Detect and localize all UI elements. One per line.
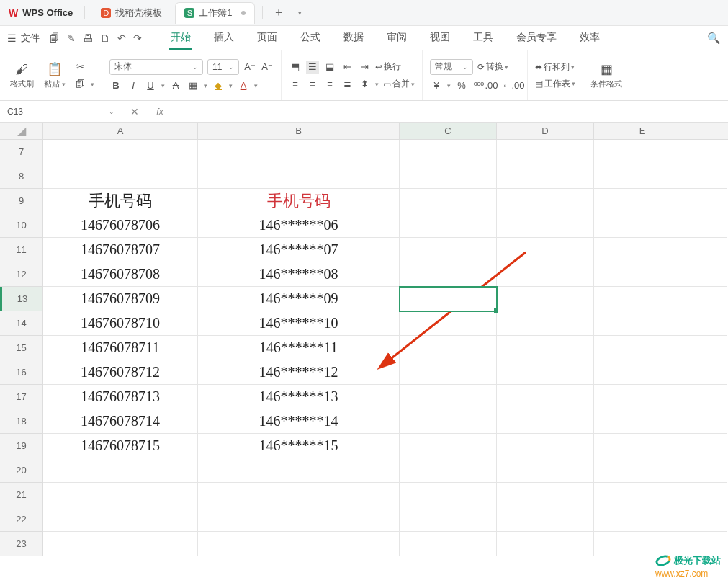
cell-B23[interactable]: [198, 532, 400, 556]
cell-B7[interactable]: [198, 140, 400, 164]
export-icon[interactable]: ✎: [67, 32, 76, 44]
percent-icon[interactable]: %: [455, 79, 468, 92]
redo-icon[interactable]: ↷: [133, 32, 142, 44]
tab-insert[interactable]: 插入: [212, 27, 235, 50]
cell-F14[interactable]: [691, 311, 727, 336]
cell-A12[interactable]: 14676078708: [43, 262, 198, 287]
merge-button[interactable]: ▭ 合并 ▾: [383, 78, 415, 90]
cell-A10[interactable]: 14676078706: [43, 213, 198, 238]
cell-E18[interactable]: [594, 409, 691, 434]
tab-data[interactable]: 数据: [342, 27, 365, 50]
cell-D12[interactable]: [497, 262, 594, 287]
col-header-b[interactable]: B: [198, 123, 400, 139]
cell-E22[interactable]: [594, 507, 691, 532]
cell-C23[interactable]: [400, 532, 497, 556]
align-left-icon[interactable]: ≡: [289, 78, 302, 91]
cell-E20[interactable]: [594, 458, 691, 483]
row-header[interactable]: 12: [0, 262, 43, 287]
cell-A7[interactable]: [43, 140, 198, 164]
name-box[interactable]: C13 ⌄: [0, 101, 122, 122]
cell-B17[interactable]: 146******13: [198, 385, 400, 409]
align-bottom-icon[interactable]: ⬓: [323, 61, 336, 74]
cell-B21[interactable]: [198, 483, 400, 507]
cell-D20[interactable]: [497, 458, 594, 483]
fill-color-icon[interactable]: ◆: [212, 79, 225, 92]
cell-D22[interactable]: [497, 507, 594, 532]
fill-handle[interactable]: [494, 308, 498, 313]
row-header[interactable]: 11: [0, 238, 43, 262]
undo-icon[interactable]: ↶: [117, 32, 126, 44]
align-center-icon[interactable]: ≡: [306, 78, 319, 91]
italic-icon[interactable]: I: [127, 79, 140, 92]
cell-B18[interactable]: 146******14: [198, 409, 400, 434]
formula-input[interactable]: [171, 101, 728, 122]
cell-D18[interactable]: [497, 409, 594, 434]
cell-B10[interactable]: 146******06: [198, 213, 400, 238]
save-icon[interactable]: 🗐: [50, 32, 60, 44]
col-header-e[interactable]: E: [594, 123, 691, 139]
cell-C19[interactable]: [400, 434, 497, 458]
cell-C17[interactable]: [400, 385, 497, 409]
comma-icon[interactable]: ººº: [472, 79, 485, 92]
align-top-icon[interactable]: ⬒: [289, 61, 302, 74]
copy-icon[interactable]: 🗐: [73, 78, 86, 91]
cell-F19[interactable]: [691, 434, 727, 458]
cell-F10[interactable]: [691, 213, 727, 238]
row-header[interactable]: 14: [0, 311, 43, 336]
font-color-icon[interactable]: A: [237, 79, 250, 92]
currency-icon[interactable]: ¥: [430, 79, 443, 92]
cell-F11[interactable]: [691, 238, 727, 262]
row-header[interactable]: 17: [0, 385, 43, 409]
fx-button[interactable]: fx: [147, 101, 171, 122]
file-menu[interactable]: 文件: [21, 32, 40, 45]
align-right-icon[interactable]: ≡: [323, 78, 336, 91]
cell-D11[interactable]: [497, 238, 594, 262]
decrease-font-icon[interactable]: A⁻: [261, 61, 274, 74]
row-col-button[interactable]: ⬌ 行和列 ▾: [535, 61, 575, 74]
cell-A15[interactable]: 14676078711: [43, 336, 198, 360]
cell-D19[interactable]: [497, 434, 594, 458]
row-header[interactable]: 7: [0, 140, 43, 164]
cell-F23[interactable]: [691, 532, 727, 556]
cut-icon[interactable]: ✂: [73, 61, 86, 74]
row-header[interactable]: 19: [0, 434, 43, 458]
search-icon[interactable]: 🔍: [707, 32, 721, 45]
cell-A20[interactable]: [43, 458, 198, 483]
col-header-d[interactable]: D: [497, 123, 594, 139]
cell-C7[interactable]: [400, 140, 497, 164]
orientation-icon[interactable]: ⬍: [358, 78, 371, 91]
tab-efficiency[interactable]: 效率: [578, 27, 601, 50]
cell-B19[interactable]: 146******15: [198, 434, 400, 458]
cell-E10[interactable]: [594, 213, 691, 238]
cell-E13[interactable]: [594, 287, 691, 311]
row-header[interactable]: 9: [0, 189, 43, 213]
tab-page[interactable]: 页面: [256, 27, 279, 50]
cell-B22[interactable]: [198, 507, 400, 532]
cell-F16[interactable]: [691, 360, 727, 385]
cell-B20[interactable]: [198, 458, 400, 483]
tab-view[interactable]: 视图: [428, 27, 451, 50]
col-header-a[interactable]: A: [43, 123, 198, 139]
tab-formula[interactable]: 公式: [299, 27, 322, 50]
cell-C18[interactable]: [400, 409, 497, 434]
cell-C20[interactable]: [400, 458, 497, 483]
tab-member[interactable]: 会员专享: [515, 27, 558, 50]
cell-C12[interactable]: [400, 262, 497, 287]
cell-B13[interactable]: 146******09: [198, 287, 400, 311]
cell-D21[interactable]: [497, 483, 594, 507]
cell-A21[interactable]: [43, 483, 198, 507]
row-header[interactable]: 21: [0, 483, 43, 507]
format-painter-button[interactable]: 🖌 格式刷: [7, 62, 36, 89]
cell-A23[interactable]: [43, 532, 198, 556]
row-header[interactable]: 13: [0, 287, 43, 311]
row-header[interactable]: 20: [0, 458, 43, 483]
cell-A13[interactable]: 14676078709: [43, 287, 198, 311]
cell-E19[interactable]: [594, 434, 691, 458]
cell-A18[interactable]: 14676078714: [43, 409, 198, 434]
cell-D8[interactable]: [497, 164, 594, 189]
cell-F17[interactable]: [691, 385, 727, 409]
cell-F20[interactable]: [691, 458, 727, 483]
col-header-f[interactable]: [691, 123, 727, 139]
cell-D7[interactable]: [497, 140, 594, 164]
strikethrough-icon[interactable]: A: [169, 79, 182, 92]
